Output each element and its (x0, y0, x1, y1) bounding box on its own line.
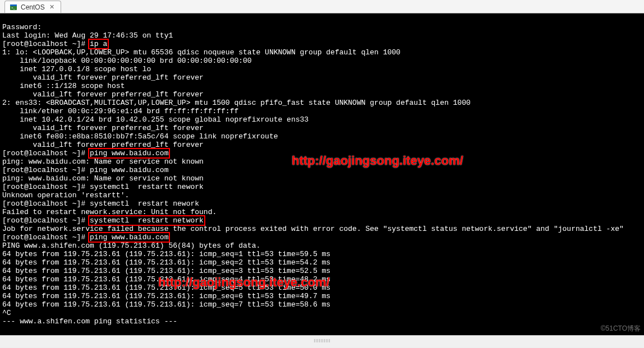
close-icon[interactable]: ✕ (48, 3, 56, 11)
terminal-icon: >_ (10, 3, 17, 11)
tab-strip: >_ CentOS ✕ (0, 0, 644, 13)
terminal-output[interactable]: Password: Last login: Wed Aug 29 17:46:3… (0, 13, 644, 335)
status-bar (0, 335, 644, 347)
terminal-text: Password: Last login: Wed Aug 29 17:46:3… (2, 23, 642, 326)
resize-grip-icon[interactable] (314, 339, 330, 342)
tab-centos[interactable]: >_ CentOS ✕ (4, 1, 61, 13)
tab-label: CentOS (21, 3, 45, 11)
svg-text:>_: >_ (11, 6, 16, 10)
watermark-text: ©51CTO博客 (601, 324, 641, 333)
